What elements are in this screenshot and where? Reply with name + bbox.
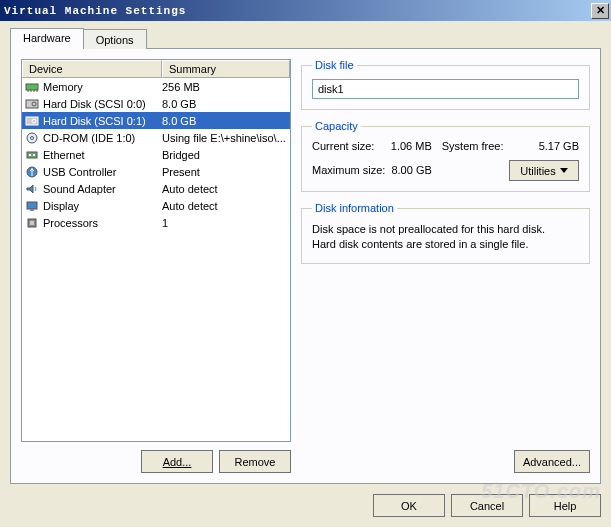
close-button[interactable]: ✕ [591,3,609,19]
list-item[interactable]: Hard Disk (SCSI 0:0)8.0 GB [22,95,290,112]
usb-icon [24,165,40,179]
tab-strip: Hardware Options [10,28,601,49]
svg-rect-11 [27,152,37,158]
capacity-legend: Capacity [312,120,361,132]
list-item[interactable]: EthernetBridged [22,146,290,163]
disk-info-group: Disk information Disk space is not preal… [301,202,590,264]
list-item[interactable]: USB ControllerPresent [22,163,290,180]
device-summary: 8.0 GB [162,115,288,127]
device-summary: 1 [162,217,288,229]
svg-rect-0 [26,84,38,90]
list-item[interactable]: Sound AdapterAuto detect [22,180,290,197]
advanced-button[interactable]: Advanced... [514,450,590,473]
list-rows: Memory256 MBHard Disk (SCSI 0:0)8.0 GBHa… [22,78,290,231]
capacity-grid: Current size: 1.06 MB System free: 5.17 … [312,140,579,181]
svg-rect-13 [33,154,35,156]
device-name: Memory [43,81,162,93]
list-item[interactable]: Memory256 MB [22,78,290,95]
window-title: Virtual Machine Settings [4,5,591,17]
device-name: Display [43,200,162,212]
display-icon [24,199,40,213]
chevron-down-icon [560,168,568,173]
tab-hardware[interactable]: Hardware [10,28,84,49]
help-button[interactable]: Help [529,494,601,517]
device-name: Ethernet [43,149,162,161]
system-free-value: 5.17 GB [506,140,579,152]
ok-button[interactable]: OK [373,494,445,517]
list-item[interactable]: Processors1 [22,214,290,231]
disk-info-legend: Disk information [312,202,397,214]
device-summary: Auto detect [162,183,288,195]
device-summary: Using file E:\+shine\iso\... [162,132,288,144]
bottom-buttons: OK Cancel Help [10,484,601,517]
tab-panel: Device Summary Memory256 MBHard Disk (SC… [10,48,601,484]
max-size-value: 8.00 GB [388,164,442,176]
title-bar: Virtual Machine Settings ✕ [0,0,611,21]
disk-info-text: Disk space is not preallocated for this … [312,222,579,253]
col-header-summary[interactable]: Summary [162,60,290,78]
svg-rect-16 [30,209,34,211]
cancel-button[interactable]: Cancel [451,494,523,517]
remove-button[interactable]: Remove [219,450,291,473]
device-name: Hard Disk (SCSI 0:0) [43,98,162,110]
device-name: Hard Disk (SCSI 0:1) [43,115,162,127]
col-header-device[interactable]: Device [22,60,162,78]
svg-rect-18 [30,221,34,225]
system-free-label: System free: [442,140,506,152]
right-column: Disk file disk1 Capacity Current size: 1… [301,59,590,473]
svg-rect-15 [27,202,37,209]
disk-file-legend: Disk file [312,59,357,71]
device-name: CD-ROM (IDE 1:0) [43,132,162,144]
svg-point-10 [31,136,34,139]
close-icon: ✕ [596,4,605,17]
device-summary: 8.0 GB [162,98,288,110]
current-size-value: 1.06 MB [388,140,442,152]
disk-file-field[interactable]: disk1 [312,79,579,99]
add-button[interactable]: Add... [141,450,213,473]
max-size-label: Maximum size: [312,164,388,176]
device-summary: Auto detect [162,200,288,212]
sound-icon [24,182,40,196]
cd-icon [24,131,40,145]
device-summary: 256 MB [162,81,288,93]
device-list[interactable]: Device Summary Memory256 MBHard Disk (SC… [21,59,291,442]
tab-options[interactable]: Options [83,29,147,49]
utilities-button[interactable]: Utilities [509,160,579,181]
disk-file-group: Disk file disk1 [301,59,590,110]
advanced-wrap: Advanced... [301,446,590,473]
dialog-body: Hardware Options Device Summary Memory25… [0,21,611,527]
hdd-icon [24,97,40,111]
current-size-label: Current size: [312,140,388,152]
list-item[interactable]: DisplayAuto detect [22,197,290,214]
net-icon [24,148,40,162]
device-summary: Present [162,166,288,178]
device-summary: Bridged [162,149,288,161]
device-name: Processors [43,217,162,229]
cpu-icon [24,216,40,230]
device-name: USB Controller [43,166,162,178]
hdd-icon [24,114,40,128]
svg-rect-12 [29,154,31,156]
list-item[interactable]: Hard Disk (SCSI 0:1)8.0 GB [22,112,290,129]
list-header: Device Summary [22,60,290,78]
disk-info-line1: Disk space is not preallocated for this … [312,222,579,237]
list-item[interactable]: CD-ROM (IDE 1:0)Using file E:\+shine\iso… [22,129,290,146]
left-column: Device Summary Memory256 MBHard Disk (SC… [21,59,291,473]
left-buttons: Add... Remove [21,450,291,473]
disk-info-line2: Hard disk contents are stored in a singl… [312,237,579,252]
device-name: Sound Adapter [43,183,162,195]
capacity-group: Capacity Current size: 1.06 MB System fr… [301,120,590,192]
memory-icon [24,80,40,94]
